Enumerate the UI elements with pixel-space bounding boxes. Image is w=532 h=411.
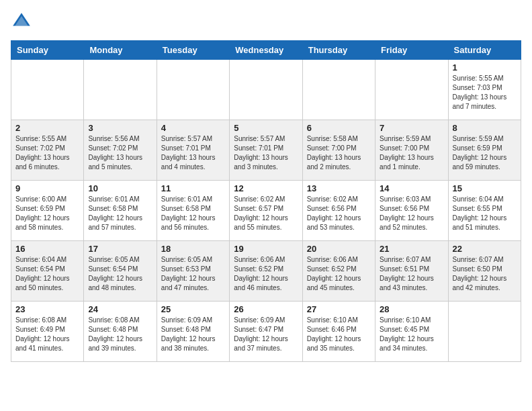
day-number: 14 (380, 183, 443, 193)
day-info: Sunrise: 6:01 AM Sunset: 6:58 PM Dayligh… (161, 195, 225, 232)
day-info: Sunrise: 6:00 AM Sunset: 6:59 PM Dayligh… (15, 195, 79, 232)
calendar-cell: 4Sunrise: 5:57 AM Sunset: 7:01 PM Daylig… (157, 120, 229, 181)
dow-header: Sunday (11, 41, 84, 60)
dow-header: Saturday (448, 41, 521, 60)
day-number: 18 (161, 244, 225, 254)
calendar-cell: 26Sunrise: 6:09 AM Sunset: 6:47 PM Dayli… (230, 302, 302, 362)
day-info: Sunrise: 6:02 AM Sunset: 6:57 PM Dayligh… (234, 195, 298, 232)
day-info: Sunrise: 6:05 AM Sunset: 6:54 PM Dayligh… (88, 255, 152, 293)
day-info: Sunrise: 6:09 AM Sunset: 6:47 PM Dayligh… (234, 316, 298, 353)
calendar-week-row: 1Sunrise: 5:55 AM Sunset: 7:03 PM Daylig… (11, 60, 521, 120)
calendar-cell: 5Sunrise: 5:57 AM Sunset: 7:01 PM Daylig… (230, 120, 302, 181)
day-number: 24 (88, 304, 152, 314)
day-info: Sunrise: 5:55 AM Sunset: 7:03 PM Dayligh… (453, 74, 517, 111)
calendar-cell: 7Sunrise: 5:59 AM Sunset: 7:00 PM Daylig… (375, 120, 448, 181)
day-number: 1 (453, 62, 517, 73)
logo (11, 11, 35, 32)
day-info: Sunrise: 6:06 AM Sunset: 6:52 PM Dayligh… (307, 255, 371, 293)
calendar-cell: 28Sunrise: 6:10 AM Sunset: 6:45 PM Dayli… (375, 302, 448, 362)
calendar-cell: 21Sunrise: 6:07 AM Sunset: 6:51 PM Dayli… (375, 241, 448, 302)
calendar-cell: 23Sunrise: 6:08 AM Sunset: 6:49 PM Dayli… (11, 302, 84, 362)
calendar-week-row: 16Sunrise: 6:04 AM Sunset: 6:54 PM Dayli… (11, 241, 521, 302)
day-number: 7 (380, 123, 443, 133)
logo-icon (11, 11, 32, 32)
days-of-week-row: SundayMondayTuesdayWednesdayThursdayFrid… (11, 41, 521, 60)
calendar-cell: 9Sunrise: 6:00 AM Sunset: 6:59 PM Daylig… (11, 181, 84, 241)
day-info: Sunrise: 5:56 AM Sunset: 7:02 PM Dayligh… (88, 134, 152, 172)
day-info: Sunrise: 6:09 AM Sunset: 6:48 PM Dayligh… (161, 316, 225, 353)
day-info: Sunrise: 5:55 AM Sunset: 7:02 PM Dayligh… (15, 134, 79, 172)
calendar-cell: 19Sunrise: 6:06 AM Sunset: 6:52 PM Dayli… (230, 241, 302, 302)
calendar-cell: 24Sunrise: 6:08 AM Sunset: 6:48 PM Dayli… (84, 302, 157, 362)
day-number: 16 (15, 244, 79, 254)
day-number: 8 (453, 123, 517, 133)
day-info: Sunrise: 6:08 AM Sunset: 6:48 PM Dayligh… (88, 316, 152, 353)
calendar-cell: 17Sunrise: 6:05 AM Sunset: 6:54 PM Dayli… (84, 241, 157, 302)
dow-header: Monday (84, 41, 157, 60)
day-info: Sunrise: 6:10 AM Sunset: 6:45 PM Dayligh… (380, 316, 443, 353)
day-number: 6 (307, 123, 371, 133)
day-number: 25 (161, 304, 225, 314)
calendar-cell: 3Sunrise: 5:56 AM Sunset: 7:02 PM Daylig… (84, 120, 157, 181)
day-number: 9 (15, 183, 79, 193)
page-header (11, 11, 521, 32)
day-number: 13 (307, 183, 371, 193)
calendar-cell (11, 60, 84, 120)
day-info: Sunrise: 6:05 AM Sunset: 6:53 PM Dayligh… (161, 255, 225, 293)
day-number: 19 (234, 244, 298, 254)
day-number: 27 (307, 304, 371, 314)
dow-header: Thursday (302, 41, 375, 60)
day-info: Sunrise: 6:01 AM Sunset: 6:58 PM Dayligh… (88, 195, 152, 232)
day-info: Sunrise: 6:07 AM Sunset: 6:50 PM Dayligh… (453, 255, 517, 293)
day-number: 10 (88, 183, 152, 193)
calendar-cell (230, 60, 302, 120)
calendar-cell: 8Sunrise: 5:59 AM Sunset: 6:59 PM Daylig… (448, 120, 521, 181)
calendar-cell: 14Sunrise: 6:03 AM Sunset: 6:56 PM Dayli… (375, 181, 448, 241)
dow-header: Friday (375, 41, 448, 60)
calendar-cell: 10Sunrise: 6:01 AM Sunset: 6:58 PM Dayli… (84, 181, 157, 241)
calendar-cell (302, 60, 375, 120)
day-info: Sunrise: 6:07 AM Sunset: 6:51 PM Dayligh… (380, 255, 443, 293)
calendar-cell: 13Sunrise: 6:02 AM Sunset: 6:56 PM Dayli… (302, 181, 375, 241)
calendar-cell: 2Sunrise: 5:55 AM Sunset: 7:02 PM Daylig… (11, 120, 84, 181)
day-info: Sunrise: 5:58 AM Sunset: 7:00 PM Dayligh… (307, 134, 371, 172)
day-info: Sunrise: 6:03 AM Sunset: 6:56 PM Dayligh… (380, 195, 443, 232)
calendar-cell (157, 60, 229, 120)
day-info: Sunrise: 6:06 AM Sunset: 6:52 PM Dayligh… (234, 255, 298, 293)
calendar-cell: 22Sunrise: 6:07 AM Sunset: 6:50 PM Dayli… (448, 241, 521, 302)
dow-header: Tuesday (157, 41, 229, 60)
day-info: Sunrise: 6:04 AM Sunset: 6:54 PM Dayligh… (15, 255, 79, 293)
calendar-cell: 15Sunrise: 6:04 AM Sunset: 6:55 PM Dayli… (448, 181, 521, 241)
calendar-cell (448, 302, 521, 362)
calendar: SundayMondayTuesdayWednesdayThursdayFrid… (11, 40, 521, 362)
calendar-cell: 25Sunrise: 6:09 AM Sunset: 6:48 PM Dayli… (157, 302, 229, 362)
day-number: 23 (15, 304, 79, 314)
calendar-cell (375, 60, 448, 120)
calendar-cell: 6Sunrise: 5:58 AM Sunset: 7:00 PM Daylig… (302, 120, 375, 181)
calendar-week-row: 9Sunrise: 6:00 AM Sunset: 6:59 PM Daylig… (11, 181, 521, 241)
day-number: 11 (161, 183, 225, 193)
day-number: 20 (307, 244, 371, 254)
calendar-cell: 11Sunrise: 6:01 AM Sunset: 6:58 PM Dayli… (157, 181, 229, 241)
day-number: 2 (15, 123, 79, 133)
day-info: Sunrise: 6:02 AM Sunset: 6:56 PM Dayligh… (307, 195, 371, 232)
day-number: 15 (453, 183, 517, 193)
day-info: Sunrise: 5:57 AM Sunset: 7:01 PM Dayligh… (161, 134, 225, 172)
day-number: 3 (88, 123, 152, 133)
day-info: Sunrise: 6:04 AM Sunset: 6:55 PM Dayligh… (453, 195, 517, 232)
calendar-cell: 20Sunrise: 6:06 AM Sunset: 6:52 PM Dayli… (302, 241, 375, 302)
calendar-cell (84, 60, 157, 120)
calendar-week-row: 23Sunrise: 6:08 AM Sunset: 6:49 PM Dayli… (11, 302, 521, 362)
day-number: 17 (88, 244, 152, 254)
calendar-cell: 27Sunrise: 6:10 AM Sunset: 6:46 PM Dayli… (302, 302, 375, 362)
day-info: Sunrise: 5:59 AM Sunset: 6:59 PM Dayligh… (453, 134, 517, 172)
day-number: 22 (453, 244, 517, 254)
calendar-cell: 18Sunrise: 6:05 AM Sunset: 6:53 PM Dayli… (157, 241, 229, 302)
day-number: 12 (234, 183, 298, 193)
day-number: 21 (380, 244, 443, 254)
day-info: Sunrise: 5:57 AM Sunset: 7:01 PM Dayligh… (234, 134, 298, 172)
day-info: Sunrise: 5:59 AM Sunset: 7:00 PM Dayligh… (380, 134, 443, 172)
day-info: Sunrise: 6:08 AM Sunset: 6:49 PM Dayligh… (15, 316, 79, 353)
day-number: 4 (161, 123, 225, 133)
day-number: 26 (234, 304, 298, 314)
